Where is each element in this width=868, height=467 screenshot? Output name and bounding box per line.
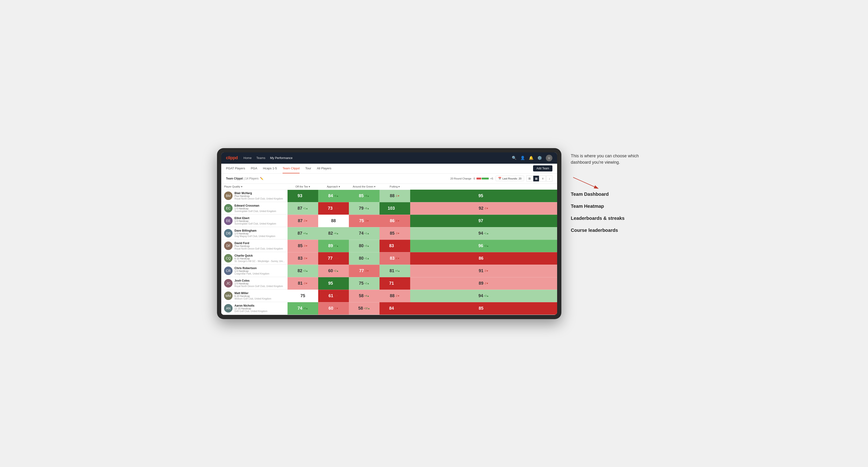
col-off-tee[interactable]: Off the Tee ▾ <box>287 184 318 190</box>
search-icon[interactable]: 🔍 <box>512 156 517 160</box>
table-row[interactable]: CR Chris Robertson 1-5 Handicap Craigmil… <box>221 264 557 277</box>
metric-delta: -3▼ <box>365 220 369 222</box>
player-name: Matt Miller <box>235 291 285 295</box>
page-wrapper: clippd Home Teams My Performance 🔍 👤 🔔 ⚙… <box>217 148 651 319</box>
player-name: David Ford <box>235 242 285 245</box>
view-download-button[interactable]: ↓ <box>546 176 552 182</box>
player-avatar: DB <box>224 229 232 238</box>
metric-number: 85 <box>359 193 364 198</box>
last-rounds-button[interactable]: 📅 Last Rounds: 20 <box>496 176 524 181</box>
player-info: Elliot Ebert 1-5 Handicap Sunningdale Go… <box>235 217 285 225</box>
metric-cell-around_green: 88 -2▼ <box>379 290 410 302</box>
player-avatar: CQ <box>224 254 232 262</box>
table-row[interactable]: AN Aaron Nicholls 11-15 Handicap Drift G… <box>221 302 557 315</box>
metric-cell-around_green: 83 -10▼ <box>379 240 410 252</box>
metric-value: 71 -11▼ <box>379 277 410 290</box>
metric-cell-player_quality: 93 +4▲ <box>287 190 318 202</box>
nav-link-home[interactable]: Home <box>243 155 252 161</box>
annotation-item-0: Team Dashboard <box>571 191 651 197</box>
metric-value: 103 +15▲ <box>379 203 410 215</box>
metric-delta: +3▲ <box>484 294 489 297</box>
metric-number: 88 <box>331 218 336 223</box>
table-row[interactable]: JC Josh Coles 1-5 Handicap Royal North D… <box>221 277 557 290</box>
table-row[interactable]: BM Blair McHarg Plus Handicap Royal Nort… <box>221 190 557 202</box>
metric-cell-player_quality: 87 +4▲ <box>287 227 318 240</box>
player-handicap: 1-5 Handicap <box>235 270 285 272</box>
app-logo: clippd <box>226 155 238 160</box>
player-cell: CQ Charlie Quick 6-10 Handicap St. Georg… <box>221 253 287 264</box>
metric-cell-putting: 95 +9▲ <box>410 190 557 202</box>
settings-icon[interactable]: ⚙️ <box>537 156 542 160</box>
metric-value: 75 <box>287 290 318 302</box>
nav-link-my-performance[interactable]: My Performance <box>270 155 292 161</box>
player-info: Charlie Quick 6-10 Handicap St. George's… <box>235 254 285 262</box>
col-approach[interactable]: Approach ▾ <box>318 184 349 190</box>
col-player-quality[interactable]: Player Quality ▾ <box>221 184 287 190</box>
metric-number: 97 <box>478 218 483 223</box>
metric-value: 86 -8▼ <box>410 252 557 264</box>
metric-delta: +9▲ <box>484 195 489 197</box>
metric-value: 88 <box>318 215 349 227</box>
player-info: Josh Coles 1-5 Handicap Royal North Devo… <box>235 279 285 287</box>
metric-cell-around_green: 83 -6▼ <box>379 252 410 264</box>
sub-nav-pga[interactable]: PGA <box>251 164 257 173</box>
metric-delta: -3▼ <box>484 207 489 210</box>
metric-value: 88 -2▼ <box>379 290 410 302</box>
change-neg: -5 <box>473 177 475 180</box>
person-icon[interactable]: 👤 <box>520 156 525 160</box>
player-avatar: DF <box>224 242 232 250</box>
metric-cell-off_tee: 82 +4▲ <box>318 227 349 240</box>
player-cell: EC Edward Crossman 1-5 Handicap Sunningd… <box>221 203 287 214</box>
metric-cell-around_green: 103 +15▲ <box>379 202 410 215</box>
player-cell: MM Matt Miller 6-10 Handicap Woburn Golf… <box>221 290 287 302</box>
metric-cell-approach: 58 +10▲ <box>349 302 379 315</box>
player-info: Dave Billingham 1-5 Handicap Gog Magog G… <box>235 229 285 238</box>
sub-nav-team-clippd[interactable]: Team Clippd <box>283 164 300 173</box>
table-row[interactable]: DF David Ford Plus Handicap Royal North … <box>221 240 557 252</box>
metric-delta: +2▲ <box>334 270 339 272</box>
sub-nav-hcaps[interactable]: Hcaps 1-5 <box>263 164 277 173</box>
metric-cell-putting: 85 -4▼ <box>410 302 557 315</box>
metric-number: 82 <box>298 269 302 273</box>
player-handicap: 1-5 Handicap <box>235 232 285 235</box>
metric-cell-approach: 75 +2▲ <box>349 277 379 290</box>
bell-icon[interactable]: 🔔 <box>529 156 533 160</box>
view-heatmap-button[interactable]: ▦ <box>533 176 539 182</box>
nav-link-teams[interactable]: Teams <box>256 155 266 161</box>
metric-delta: +15▲ <box>396 207 402 210</box>
metric-value: 77 -3▼ <box>349 265 379 277</box>
table-row[interactable]: EC Edward Crossman 1-5 Handicap Sunningd… <box>221 202 557 215</box>
metric-cell-off_tee: 60 -1▼ <box>318 302 349 315</box>
player-name: Aaron Nicholls <box>235 304 285 307</box>
bar-green <box>482 178 489 180</box>
last-rounds-value: 20 <box>519 177 522 180</box>
edit-icon[interactable]: ✏️ <box>260 177 264 180</box>
view-grid-button[interactable]: ⊞ <box>526 176 533 182</box>
col-putting[interactable]: Putting ▾ <box>379 184 410 190</box>
table-row[interactable]: MM Matt Miller 6-10 Handicap Woburn Golf… <box>221 290 557 302</box>
add-team-button[interactable]: Add Team <box>533 165 552 172</box>
metric-value: 86 -6▼ <box>379 215 410 227</box>
table-row[interactable]: EE Elliot Ebert 1-5 Handicap Sunningdale… <box>221 215 557 227</box>
view-list-button[interactable]: ≡ <box>540 176 546 182</box>
sub-nav-right: Add Team <box>533 165 552 172</box>
tablet-device: clippd Home Teams My Performance 🔍 👤 🔔 ⚙… <box>217 148 561 319</box>
metric-delta: -3▼ <box>303 245 308 247</box>
metric-delta: -3▼ <box>303 257 308 260</box>
metric-value: 60 -1▼ <box>318 302 349 315</box>
table-row[interactable]: CQ Charlie Quick 6-10 Handicap St. Georg… <box>221 252 557 264</box>
table-row[interactable]: DB Dave Billingham 1-5 Handicap Gog Mago… <box>221 227 557 240</box>
sub-nav-tour[interactable]: Tour <box>305 164 311 173</box>
metric-number: 85 <box>298 243 303 248</box>
metric-cell-off_tee: 84 +6▲ <box>318 190 349 202</box>
metric-cell-putting: 89 -2▼ <box>410 277 557 290</box>
table-container: Player Quality ▾ Off the Tee ▾ Approach … <box>221 184 557 315</box>
user-avatar[interactable]: U <box>546 155 552 161</box>
sub-nav-all-players[interactable]: All Players <box>317 164 331 173</box>
col-around-green[interactable]: Around the Green ▾ <box>349 184 379 190</box>
sub-nav-pgat-players[interactable]: PGAT Players <box>226 164 245 173</box>
player-info: Aaron Nicholls 11-15 Handicap Drift Golf… <box>235 304 285 312</box>
metric-delta: +4▲ <box>365 294 369 297</box>
metric-delta: -21▼ <box>395 307 400 310</box>
metric-delta: -3▼ <box>334 294 338 297</box>
